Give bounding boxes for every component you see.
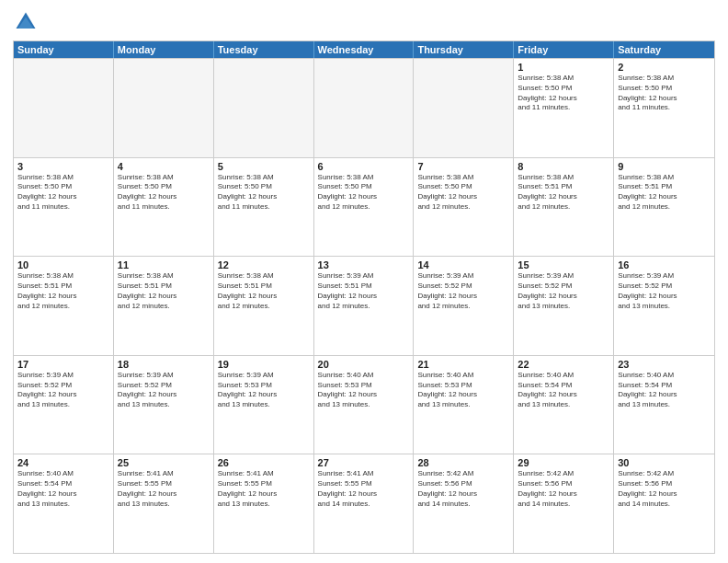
cal-week-1: 1Sunrise: 5:38 AM Sunset: 5:50 PM Daylig… — [14, 58, 714, 157]
cal-cell-empty-4 — [414, 59, 514, 157]
day-info: Sunrise: 5:39 AM Sunset: 5:53 PM Dayligh… — [218, 371, 310, 410]
day-info: Sunrise: 5:38 AM Sunset: 5:51 PM Dayligh… — [518, 173, 609, 213]
day-info: Sunrise: 5:39 AM Sunset: 5:51 PM Dayligh… — [318, 271, 410, 311]
cal-cell-25: 25Sunrise: 5:41 AM Sunset: 5:55 PM Dayli… — [114, 454, 214, 553]
day-number: 22 — [518, 359, 609, 370]
day-info: Sunrise: 5:40 AM Sunset: 5:54 PM Dayligh… — [618, 371, 711, 410]
cal-cell-27: 27Sunrise: 5:41 AM Sunset: 5:55 PM Dayli… — [314, 454, 415, 553]
cal-header-saturday: Saturday — [614, 41, 714, 58]
header — [13, 9, 715, 35]
cal-cell-17: 17Sunrise: 5:39 AM Sunset: 5:52 PM Dayli… — [14, 356, 114, 454]
day-info: Sunrise: 5:38 AM Sunset: 5:51 PM Dayligh… — [17, 271, 109, 311]
cal-cell-29: 29Sunrise: 5:42 AM Sunset: 5:56 PM Dayli… — [514, 454, 614, 553]
day-info: Sunrise: 5:39 AM Sunset: 5:52 PM Dayligh… — [518, 271, 609, 311]
cal-cell-24: 24Sunrise: 5:40 AM Sunset: 5:54 PM Dayli… — [14, 454, 114, 553]
day-number: 15 — [518, 259, 609, 270]
cal-cell-15: 15Sunrise: 5:39 AM Sunset: 5:52 PM Dayli… — [514, 257, 614, 355]
day-number: 21 — [417, 359, 509, 370]
day-info: Sunrise: 5:41 AM Sunset: 5:55 PM Dayligh… — [118, 469, 210, 509]
cal-cell-9: 9Sunrise: 5:38 AM Sunset: 5:51 PM Daylig… — [614, 158, 714, 257]
calendar: SundayMondayTuesdayWednesdayThursdayFrid… — [13, 40, 715, 554]
day-info: Sunrise: 5:42 AM Sunset: 5:56 PM Dayligh… — [518, 469, 609, 509]
cal-week-5: 24Sunrise: 5:40 AM Sunset: 5:54 PM Dayli… — [14, 454, 714, 553]
cal-cell-22: 22Sunrise: 5:40 AM Sunset: 5:54 PM Dayli… — [514, 356, 614, 454]
day-info: Sunrise: 5:38 AM Sunset: 5:50 PM Dayligh… — [118, 173, 210, 213]
day-number: 10 — [17, 259, 109, 270]
day-info: Sunrise: 5:38 AM Sunset: 5:50 PM Dayligh… — [518, 74, 609, 113]
cal-cell-3: 3Sunrise: 5:38 AM Sunset: 5:50 PM Daylig… — [14, 158, 114, 257]
cal-cell-23: 23Sunrise: 5:40 AM Sunset: 5:54 PM Dayli… — [614, 356, 714, 454]
day-number: 27 — [318, 457, 410, 468]
calendar-body: 1Sunrise: 5:38 AM Sunset: 5:50 PM Daylig… — [14, 58, 714, 553]
day-number: 17 — [17, 359, 109, 370]
day-info: Sunrise: 5:42 AM Sunset: 5:56 PM Dayligh… — [417, 469, 509, 509]
cal-header-thursday: Thursday — [414, 41, 514, 58]
day-number: 13 — [318, 259, 410, 270]
day-info: Sunrise: 5:41 AM Sunset: 5:55 PM Dayligh… — [318, 469, 410, 509]
cal-cell-7: 7Sunrise: 5:38 AM Sunset: 5:50 PM Daylig… — [414, 158, 514, 257]
day-number: 5 — [218, 161, 310, 172]
day-info: Sunrise: 5:39 AM Sunset: 5:52 PM Dayligh… — [618, 271, 711, 311]
day-number: 26 — [218, 457, 310, 468]
logo — [13, 9, 42, 35]
day-info: Sunrise: 5:40 AM Sunset: 5:54 PM Dayligh… — [17, 469, 109, 509]
day-number: 18 — [118, 359, 210, 370]
cal-week-4: 17Sunrise: 5:39 AM Sunset: 5:52 PM Dayli… — [14, 355, 714, 454]
cal-header-monday: Monday — [114, 41, 214, 58]
cal-cell-empty-3 — [314, 59, 415, 157]
day-number: 6 — [318, 161, 410, 172]
cal-week-3: 10Sunrise: 5:38 AM Sunset: 5:51 PM Dayli… — [14, 256, 714, 355]
cal-cell-6: 6Sunrise: 5:38 AM Sunset: 5:50 PM Daylig… — [314, 158, 415, 257]
cal-cell-10: 10Sunrise: 5:38 AM Sunset: 5:51 PM Dayli… — [14, 257, 114, 355]
cal-header-friday: Friday — [514, 41, 614, 58]
logo-icon — [13, 9, 39, 35]
day-info: Sunrise: 5:40 AM Sunset: 5:53 PM Dayligh… — [318, 371, 410, 410]
day-info: Sunrise: 5:40 AM Sunset: 5:53 PM Dayligh… — [417, 371, 509, 410]
cal-cell-5: 5Sunrise: 5:38 AM Sunset: 5:50 PM Daylig… — [214, 158, 314, 257]
day-info: Sunrise: 5:39 AM Sunset: 5:52 PM Dayligh… — [417, 271, 509, 311]
day-number: 24 — [17, 457, 109, 468]
cal-cell-28: 28Sunrise: 5:42 AM Sunset: 5:56 PM Dayli… — [414, 454, 514, 553]
day-number: 11 — [118, 259, 210, 270]
day-number: 7 — [417, 161, 509, 172]
day-info: Sunrise: 5:39 AM Sunset: 5:52 PM Dayligh… — [118, 371, 210, 410]
cal-cell-26: 26Sunrise: 5:41 AM Sunset: 5:55 PM Dayli… — [214, 454, 314, 553]
cal-header-wednesday: Wednesday — [314, 41, 415, 58]
cal-cell-13: 13Sunrise: 5:39 AM Sunset: 5:51 PM Dayli… — [314, 257, 415, 355]
cal-cell-empty-0 — [14, 59, 114, 157]
cal-cell-18: 18Sunrise: 5:39 AM Sunset: 5:52 PM Dayli… — [114, 356, 214, 454]
cal-cell-1: 1Sunrise: 5:38 AM Sunset: 5:50 PM Daylig… — [514, 59, 614, 157]
day-number: 8 — [518, 161, 609, 172]
cal-cell-16: 16Sunrise: 5:39 AM Sunset: 5:52 PM Dayli… — [614, 257, 714, 355]
day-number: 14 — [417, 259, 509, 270]
day-number: 3 — [17, 161, 109, 172]
cal-cell-19: 19Sunrise: 5:39 AM Sunset: 5:53 PM Dayli… — [214, 356, 314, 454]
day-number: 30 — [618, 457, 711, 468]
day-info: Sunrise: 5:38 AM Sunset: 5:50 PM Dayligh… — [218, 173, 310, 213]
calendar-header: SundayMondayTuesdayWednesdayThursdayFrid… — [14, 41, 714, 58]
day-number: 12 — [218, 259, 310, 270]
cal-cell-8: 8Sunrise: 5:38 AM Sunset: 5:51 PM Daylig… — [514, 158, 614, 257]
cal-cell-21: 21Sunrise: 5:40 AM Sunset: 5:53 PM Dayli… — [414, 356, 514, 454]
cal-cell-4: 4Sunrise: 5:38 AM Sunset: 5:50 PM Daylig… — [114, 158, 214, 257]
day-number: 19 — [218, 359, 310, 370]
cal-week-2: 3Sunrise: 5:38 AM Sunset: 5:50 PM Daylig… — [14, 157, 714, 257]
day-info: Sunrise: 5:41 AM Sunset: 5:55 PM Dayligh… — [218, 469, 310, 509]
day-number: 9 — [618, 161, 711, 172]
day-info: Sunrise: 5:38 AM Sunset: 5:50 PM Dayligh… — [417, 173, 509, 213]
day-info: Sunrise: 5:38 AM Sunset: 5:51 PM Dayligh… — [118, 271, 210, 311]
day-info: Sunrise: 5:38 AM Sunset: 5:50 PM Dayligh… — [618, 74, 711, 113]
cal-cell-20: 20Sunrise: 5:40 AM Sunset: 5:53 PM Dayli… — [314, 356, 415, 454]
day-info: Sunrise: 5:38 AM Sunset: 5:50 PM Dayligh… — [318, 173, 410, 213]
day-number: 29 — [518, 457, 609, 468]
cal-cell-14: 14Sunrise: 5:39 AM Sunset: 5:52 PM Dayli… — [414, 257, 514, 355]
cal-cell-2: 2Sunrise: 5:38 AM Sunset: 5:50 PM Daylig… — [614, 59, 714, 157]
day-number: 25 — [118, 457, 210, 468]
page: SundayMondayTuesdayWednesdayThursdayFrid… — [0, 0, 728, 563]
cal-cell-30: 30Sunrise: 5:42 AM Sunset: 5:56 PM Dayli… — [614, 454, 714, 553]
day-info: Sunrise: 5:38 AM Sunset: 5:51 PM Dayligh… — [618, 173, 711, 213]
day-number: 23 — [618, 359, 711, 370]
cal-cell-11: 11Sunrise: 5:38 AM Sunset: 5:51 PM Dayli… — [114, 257, 214, 355]
day-number: 16 — [618, 259, 711, 270]
day-info: Sunrise: 5:40 AM Sunset: 5:54 PM Dayligh… — [518, 371, 609, 410]
